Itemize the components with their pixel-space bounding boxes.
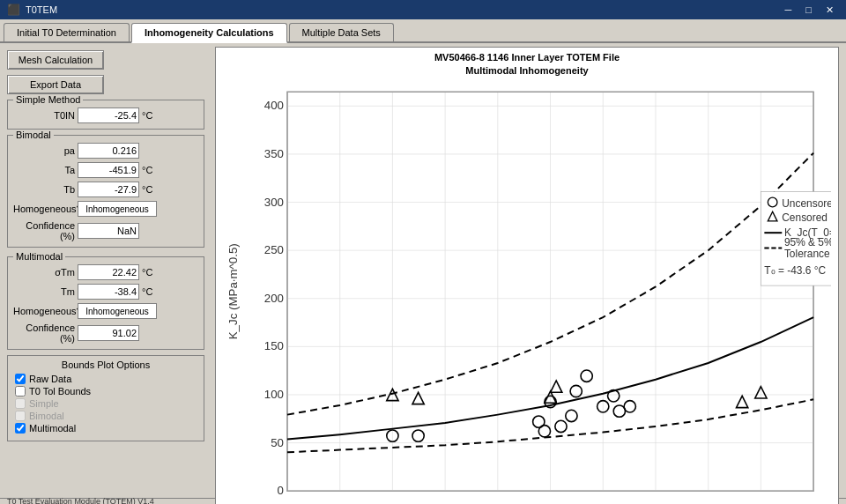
chart-title-line2: Multimodal Inhomogeneity (216, 64, 838, 78)
svg-text:0: 0 (278, 484, 284, 497)
ta-label: Ta (13, 165, 75, 175)
tb-label: Tb (13, 184, 75, 195)
simple-option: Simple (15, 398, 197, 409)
multimodal-checkbox[interactable] (15, 423, 26, 434)
bimodal-homogeneous-row: Homogeneous? Inhomogeneous (13, 201, 198, 217)
bimodal-group: Bimodal pa Ta °C Tb °C Homogeneous? Inho… (7, 135, 204, 248)
svg-text:350: 350 (264, 147, 284, 160)
sigmatm-row: σTm °C (13, 264, 198, 280)
multimodal-confidence-label: Confidence (%) (13, 322, 75, 344)
multimodal-option: Multimodal (15, 423, 197, 434)
export-data-button[interactable]: Export Data (7, 75, 104, 94)
svg-text:Censored Data: Censored Data (782, 211, 831, 224)
tm-unit: °C (142, 286, 160, 297)
chart-title-line1: MV50466-8 1146 Inner Layer TOTEM File (216, 51, 838, 64)
maximize-button[interactable]: □ (800, 0, 817, 19)
tm-label: Tm (13, 286, 75, 297)
tab-multiple[interactable]: Multiple Data Sets (289, 23, 394, 41)
simple-method-label: Simple Method (13, 94, 83, 105)
title-bar: ⬛ T0TEM ─ □ ✕ (0, 0, 846, 19)
svg-text:250: 250 (264, 243, 284, 256)
minimize-button[interactable]: ─ (780, 0, 798, 19)
t0in-row: T0IN °C (13, 107, 198, 123)
pa-input[interactable] (78, 143, 139, 159)
simple-checkbox[interactable] (15, 398, 26, 409)
svg-text:Tolerance Bounds: Tolerance Bounds (784, 248, 831, 260)
svg-text:200: 200 (264, 292, 284, 305)
t0in-input[interactable] (78, 107, 139, 123)
bimodal-checkbox[interactable] (15, 411, 26, 421)
raw-data-checkbox[interactable] (15, 374, 26, 384)
bimodal-homogeneous-label: Homogeneous? (13, 204, 75, 214)
tb-unit: °C (142, 184, 160, 195)
footer-line1: T0 Test Evaluation Module (TOTEM) V1.4 (7, 496, 178, 504)
tab-inhomogeneity[interactable]: Inhomogeneity Calculations (131, 23, 287, 43)
chart-svg: 0 50 100 150 200 250 300 350 400 (223, 80, 831, 504)
bimodal-homogeneous-value: Inhomogeneous (78, 201, 157, 217)
svg-text:K_Jc (MPa·m^0.5): K_Jc (MPa·m^0.5) (226, 243, 240, 339)
chart-title: MV50466-8 1146 Inner Layer TOTEM File Mu… (216, 48, 838, 80)
t0in-label: T0IN (13, 110, 75, 121)
svg-text:95% & 5% Multimodal: 95% & 5% Multimodal (784, 236, 831, 248)
simple-label: Simple (29, 398, 59, 409)
t0-tol-option: T0 Tol Bounds (15, 386, 197, 397)
svg-text:150: 150 (264, 339, 284, 352)
bounds-title: Bounds Plot Options (15, 359, 197, 370)
svg-text:Uncensored Data: Uncensored Data (782, 197, 831, 210)
multimodal-homogeneous-value: Inhomogeneous (78, 303, 157, 319)
svg-text:T₀ = -43.6 °C: T₀ = -43.6 °C (764, 264, 826, 277)
svg-text:50: 50 (271, 435, 284, 448)
tb-row: Tb °C (13, 182, 198, 197)
chart-inner: 0 50 100 150 200 250 300 350 400 (223, 80, 831, 504)
close-button[interactable]: ✕ (820, 0, 839, 19)
t0-tol-checkbox[interactable] (15, 386, 26, 397)
tm-row: Tm °C (13, 284, 198, 300)
bimodal-confidence-row: Confidence (%) (13, 220, 198, 241)
mesh-calculation-button[interactable]: Mesh Calculation (7, 50, 104, 70)
multimodal-homogeneous-row: Homogeneous? Inhomogeneous (13, 303, 198, 319)
multimodal-option-label: Multimodal (29, 423, 76, 434)
bimodal-option: Bimodal (15, 411, 197, 421)
bimodal-confidence-input[interactable] (78, 223, 139, 239)
ta-row: Ta °C (13, 162, 198, 178)
pa-label: pa (13, 145, 75, 156)
ta-input[interactable] (78, 162, 139, 178)
tab-initial[interactable]: Initial T0 Determination (4, 23, 130, 41)
raw-data-label: Raw Data (29, 374, 71, 384)
multimodal-group: Multimodal σTm °C Tm °C Homogeneous? Inh… (7, 256, 204, 350)
svg-text:400: 400 (264, 99, 284, 112)
ta-unit: °C (142, 165, 160, 175)
multimodal-homogeneous-label: Homogeneous? (13, 306, 75, 316)
sigmatm-label: σTm (13, 267, 75, 278)
tb-input[interactable] (78, 182, 139, 197)
chart-area: MV50466-8 1146 Inner Layer TOTEM File Mu… (215, 47, 839, 504)
sigmatm-unit: °C (142, 267, 160, 278)
sigmatm-input[interactable] (78, 264, 139, 280)
app-icon: ⬛ (7, 4, 20, 16)
footer-text: T0 Test Evaluation Module (TOTEM) V1.4 C… (7, 496, 178, 504)
svg-text:300: 300 (264, 195, 284, 208)
simple-method-group: Simple Method T0IN °C (7, 100, 204, 130)
multimodal-confidence-input[interactable] (78, 325, 139, 341)
right-panel: MV50466-8 1146 Inner Layer TOTEM File Mu… (212, 43, 846, 498)
raw-data-option: Raw Data (15, 374, 197, 384)
bimodal-label: Bimodal (13, 130, 54, 140)
tm-input[interactable] (78, 284, 139, 300)
tab-bar: Initial T0 Determination Inhomogeneity C… (0, 19, 846, 43)
multimodal-confidence-row: Confidence (%) (13, 322, 198, 344)
left-panel: Mesh Calculation Export Data Simple Meth… (0, 43, 212, 498)
t0-tol-label: T0 Tol Bounds (29, 386, 91, 397)
multimodal-label: Multimodal (13, 251, 65, 262)
app-title: T0TEM (26, 4, 57, 15)
pa-row: pa (13, 143, 198, 159)
svg-text:100: 100 (264, 388, 284, 401)
bimodal-option-label: Bimodal (29, 411, 64, 421)
bimodal-confidence-label: Confidence (%) (13, 220, 75, 241)
bounds-plot-options: Bounds Plot Options Raw Data T0 Tol Boun… (7, 355, 204, 441)
t0in-unit: °C (142, 110, 160, 121)
